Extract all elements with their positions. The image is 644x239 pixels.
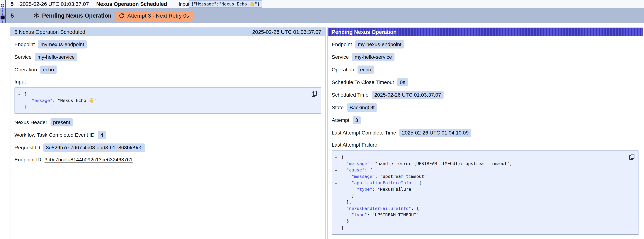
field-operation: Operationecho xyxy=(14,66,321,74)
collapse-chevron-icon[interactable] xyxy=(335,168,338,171)
field-label: Service xyxy=(332,54,349,60)
field-operation: Operationecho xyxy=(332,66,639,74)
field-label: Operation xyxy=(332,67,354,73)
field-value-badge: my-nexus-endpoint xyxy=(38,40,87,48)
pending-operation-row[interactable]: 5 Pending Nexus Operation Attempt 3 · Ne… xyxy=(0,8,644,23)
copy-icon[interactable] xyxy=(311,90,318,98)
code-gutter xyxy=(335,167,341,173)
code-text: "nexusHandlerFailureInfo": { xyxy=(341,205,419,212)
field-label: Service xyxy=(14,54,32,60)
input-preview-badge[interactable]: {"Message":"Nexus Echo 👋"} xyxy=(188,0,262,8)
json-key: "message" xyxy=(352,174,375,179)
field-label: Scheduled Time xyxy=(332,92,368,98)
field-attempt: Attempt3 xyxy=(332,116,639,124)
event-id-link[interactable]: 5 xyxy=(10,1,14,7)
timeline-open-node-icon xyxy=(1,4,4,7)
field-label: Workflow Task Completed Event ID xyxy=(14,132,95,138)
field-value-badge: 2025-02-26 UTC 01:03:37.07 xyxy=(372,91,444,99)
field-value-badge: 3e829b7e-7d67-4b08-aad3-b1e868bfe9e0 xyxy=(44,144,145,152)
json-key: "message" xyxy=(346,161,370,166)
code-text: } xyxy=(341,192,354,199)
pending-operation-fields: Endpointmy-nexus-endpointServicemy-hello… xyxy=(328,36,643,239)
field-value-badge: 0s xyxy=(397,78,408,86)
code-gutter xyxy=(335,199,341,205)
json-text: : { xyxy=(411,206,419,211)
json-text: : "upstream timeout", xyxy=(375,174,429,179)
json-text: { xyxy=(341,155,344,160)
field-label: State xyxy=(332,105,344,110)
json-text: : "handler error (UPSTREAM_TIMEOUT): ups… xyxy=(370,161,512,166)
field-endpoint: Endpointmy-nexus-endpoint xyxy=(14,40,321,48)
event-timestamp: 2025-02-26 UTC 01:03:37.07 xyxy=(20,1,89,7)
field-label: Attempt xyxy=(332,117,349,123)
event-detail-fields: Endpointmy-nexus-endpointServicemy-hello… xyxy=(10,36,325,164)
code-text: "applicationFailureInfo": { xyxy=(341,180,422,186)
json-key: "type" xyxy=(357,187,372,192)
collapse-chevron-icon[interactable] xyxy=(335,181,338,184)
field-input: Input xyxy=(14,78,321,86)
json-text: } xyxy=(352,193,354,198)
field-workflow-task-completed-event-id: Workflow Task Completed Event ID4 xyxy=(14,131,321,139)
event-summary-row[interactable]: 5 2025-02-26 UTC 01:03:37.07 Nexus Opera… xyxy=(0,0,644,8)
event-detail-panel: 5 Nexus Operation Scheduled 2025-02-26 U… xyxy=(10,28,326,239)
collapse-chevron-icon[interactable] xyxy=(335,207,338,210)
json-key: "type" xyxy=(352,212,367,218)
json-text: : "Nexus Echo 👋" xyxy=(52,98,97,103)
json-key: "nexusHandlerFailureInfo" xyxy=(346,206,411,211)
pending-operation-header: Pending Nexus Operation xyxy=(328,28,643,36)
collapse-chevron-icon[interactable] xyxy=(18,92,20,95)
field-value-badge: 4 xyxy=(98,131,106,139)
code-gutter xyxy=(335,218,341,224)
code-gutter xyxy=(18,97,24,104)
code-block-failure_json: {"message": "handler error (UPSTREAM_TIM… xyxy=(332,150,639,234)
field-endpoint-id: Endpoint ID3c0c75ccfa8144b092c13ce632463… xyxy=(14,156,321,164)
field-last-attempt-complete-time: Last Attempt Complete Time2025-02-26 UTC… xyxy=(332,129,639,137)
code-gutter xyxy=(335,224,341,231)
timeline-accent-bar xyxy=(5,0,6,23)
field-value-badge: echo xyxy=(40,66,56,74)
pending-operation-header-title: Pending Nexus Operation xyxy=(332,29,397,35)
field-value-badge: my-hello-service xyxy=(35,53,77,61)
input-label: Input xyxy=(179,1,189,7)
field-label: Endpoint ID xyxy=(14,157,41,163)
retry-badge-label: Attempt 3 · Next Retry 0s xyxy=(128,13,189,19)
field-value-badge: 3 xyxy=(352,116,361,124)
code-text: }, xyxy=(341,199,352,205)
json-text: : { xyxy=(364,168,372,172)
json-key: "Message" xyxy=(29,98,52,103)
code-line: "Message": "Nexus Echo 👋" xyxy=(18,97,308,104)
field-last-attempt-failure: Last Attempt Failure xyxy=(332,141,639,148)
field-label: Endpoint xyxy=(332,42,352,48)
code-line: "message": "upstream timeout", xyxy=(335,173,626,180)
code-line: } xyxy=(335,218,626,224)
workflow-event-history-screen: 5 2025-02-26 UTC 01:03:37.07 Nexus Opera… xyxy=(0,0,644,239)
json-text: : "UPSTREAM_TIMEOUT" xyxy=(367,212,419,218)
event-detail-header: 5 Nexus Operation Scheduled 2025-02-26 U… xyxy=(10,28,325,36)
pending-asterisk-icon xyxy=(33,12,40,20)
event-name: Nexus Operation Scheduled xyxy=(96,1,167,7)
retry-icon xyxy=(118,13,125,19)
field-label: Schedule To Close Timeout xyxy=(332,80,394,85)
field-value-badge: my-nexus-endpoint xyxy=(355,40,404,48)
collapse-chevron-icon[interactable] xyxy=(335,156,338,158)
field-scheduled-time: Scheduled Time2025-02-26 UTC 01:03:37.07 xyxy=(332,91,639,99)
field-value-badge: BackingOff xyxy=(347,104,377,112)
copy-icon[interactable] xyxy=(628,153,636,161)
event-id-link[interactable]: 5 xyxy=(10,12,14,19)
code-gutter xyxy=(335,154,341,160)
field-endpoint: Endpointmy-nexus-endpoint xyxy=(332,40,639,48)
code-line: "applicationFailureInfo": { xyxy=(335,180,626,186)
code-gutter xyxy=(335,186,341,192)
field-label: Nexus Header xyxy=(14,120,47,125)
code-gutter xyxy=(335,160,341,167)
code-line: { xyxy=(18,91,308,97)
code-text: "message": "upstream timeout", xyxy=(341,173,429,180)
code-block-input_json: {"Message": "Nexus Echo 👋"} xyxy=(14,87,321,114)
endpoint-id-link[interactable]: 3c0c75ccfa8144b092c13ce632463761 xyxy=(44,157,132,163)
code-line: "cause": { xyxy=(335,167,626,173)
pending-operation-panel: Pending Nexus Operation Endpointmy-nexus… xyxy=(327,28,643,239)
code-line: "type": "UPSTREAM_TIMEOUT" xyxy=(335,212,626,218)
code-text: "type": "NexusFailure" xyxy=(341,186,414,192)
field-label: Input xyxy=(14,79,26,85)
code-text: "message": "handler error (UPSTREAM_TIME… xyxy=(341,160,512,167)
